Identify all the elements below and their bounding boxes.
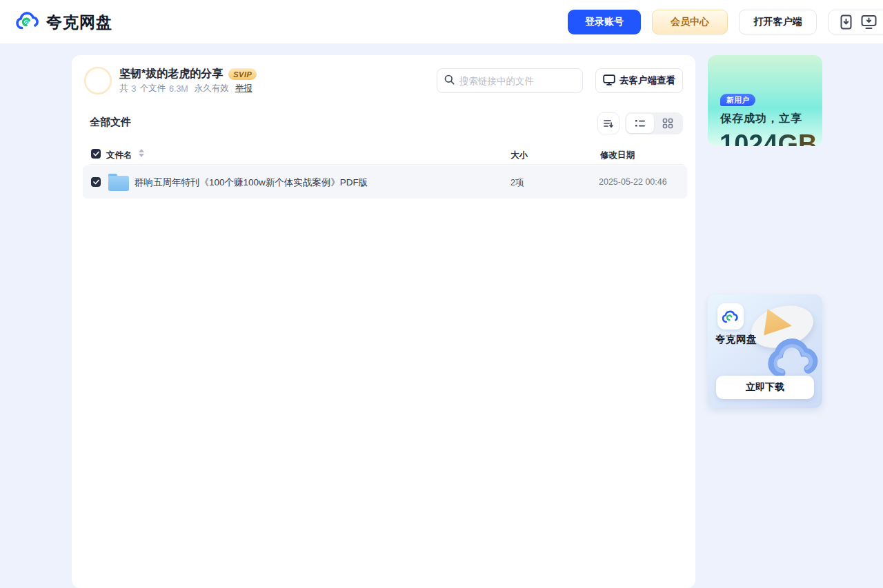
file-row[interactable]: 群响五周年特刊《100个赚100w新个体实战案例》PDF版 2项 2025-05… bbox=[83, 165, 687, 199]
svip-badge: SVIP bbox=[228, 68, 257, 80]
grid-view-button[interactable] bbox=[654, 114, 682, 133]
file-search-box[interactable] bbox=[437, 68, 583, 93]
login-button[interactable]: 登录账号 bbox=[568, 10, 641, 34]
search-input[interactable] bbox=[459, 76, 582, 86]
member-center-button[interactable]: 会员中心 bbox=[652, 10, 728, 34]
meta-prefix: 共 bbox=[119, 83, 128, 94]
row-checkbox[interactable] bbox=[91, 177, 101, 187]
file-date: 2025-05-22 00:46 bbox=[599, 177, 667, 187]
share-content-card: 坚韧*拔的老虎的分享 SVIP 共 3 个文件 6.3M 永久有效 举报 去客户… bbox=[72, 55, 695, 588]
mobile-download-icon[interactable] bbox=[840, 14, 852, 30]
search-icon bbox=[444, 74, 455, 88]
top-header: 夸克网盘 登录账号 会员中心 打开客户端 bbox=[0, 0, 883, 44]
new-user-promo-banner[interactable]: 新用户 保存成功，立享 1024GB bbox=[708, 55, 822, 146]
validity-label: 永久有效 bbox=[195, 83, 229, 94]
promo-app-name: 夸克网盘 bbox=[715, 333, 757, 346]
file-table-header: 文件名 大小 修改日期 bbox=[72, 146, 695, 164]
file-name[interactable]: 群响五周年特刊《100个赚100w新个体实战案例》PDF版 bbox=[135, 176, 368, 189]
table-divider bbox=[90, 164, 683, 165]
grid-view-icon bbox=[662, 118, 673, 129]
monitor-icon bbox=[603, 74, 615, 88]
brand-name: 夸克网盘 bbox=[46, 12, 112, 33]
file-count: 3 bbox=[132, 84, 137, 94]
folder-icon bbox=[108, 174, 129, 191]
header-actions: 登录账号 会员中心 打开客户端 bbox=[568, 10, 883, 34]
name-sort-carets-icon[interactable] bbox=[139, 149, 144, 157]
view-in-client-button[interactable]: 去客户端查看 bbox=[595, 68, 683, 93]
download-now-button[interactable]: 立即下载 bbox=[716, 376, 814, 399]
desktop-download-icon[interactable] bbox=[861, 14, 877, 30]
client-view-label: 去客户端查看 bbox=[619, 74, 675, 87]
list-view-button[interactable] bbox=[626, 114, 654, 133]
quark-app-icon bbox=[717, 303, 744, 330]
sharer-avatar bbox=[84, 67, 112, 94]
brand-logo[interactable]: 夸克网盘 bbox=[15, 8, 112, 36]
app-download-promo-card[interactable]: 夸克网盘 立即下载 bbox=[708, 294, 822, 408]
column-header-size[interactable]: 大小 bbox=[510, 150, 528, 161]
view-mode-toggle bbox=[625, 112, 683, 134]
sort-icon bbox=[603, 118, 614, 129]
column-header-date[interactable]: 修改日期 bbox=[600, 150, 635, 161]
column-header-name[interactable]: 文件名 bbox=[106, 150, 132, 161]
sort-order-button[interactable] bbox=[597, 112, 619, 134]
total-size: 6.3M bbox=[169, 84, 188, 94]
share-title: 坚韧*拔的老虎的分享 bbox=[119, 67, 223, 81]
meta-mid: 个文件 bbox=[139, 83, 166, 94]
share-meta: 共 3 个文件 6.3M 永久有效 举报 bbox=[119, 83, 252, 94]
select-all-checkbox[interactable] bbox=[91, 149, 101, 159]
client-download-group bbox=[828, 10, 883, 34]
open-client-button[interactable]: 打开客户端 bbox=[739, 10, 817, 34]
list-view-icon bbox=[635, 119, 646, 128]
promo-line1: 保存成功，立享 bbox=[720, 112, 802, 126]
quark-cloud-logo-icon bbox=[15, 10, 41, 34]
report-link[interactable]: 举报 bbox=[235, 83, 252, 94]
section-title-all-files: 全部文件 bbox=[90, 116, 131, 129]
new-user-badge: 新用户 bbox=[720, 94, 755, 106]
file-size: 2项 bbox=[510, 177, 524, 189]
promo-capacity: 1024GB bbox=[720, 130, 817, 146]
